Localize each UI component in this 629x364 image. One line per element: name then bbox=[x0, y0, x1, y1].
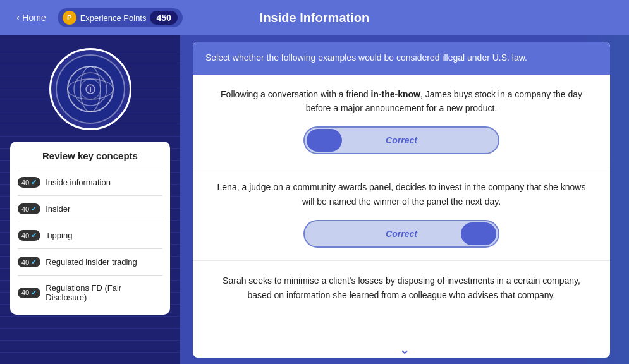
check-icon: ✔ bbox=[31, 178, 37, 186]
list-item[interactable]: 40 ✔ Tipping bbox=[18, 226, 162, 245]
avatar-inner: i bbox=[56, 54, 125, 124]
avatar-graphic: i bbox=[65, 64, 116, 114]
score-badge: 40 ✔ bbox=[18, 203, 40, 214]
list-item[interactable]: 40 ✔ Regulated insider trading bbox=[18, 253, 162, 271]
page-title: Inside Information bbox=[260, 11, 369, 25]
badge-value: 40 bbox=[21, 179, 29, 186]
item-label: Inside information bbox=[46, 178, 111, 187]
question-text-1: Following a conversation with a friend i… bbox=[212, 87, 591, 116]
question-text-3: Sarah seeks to minimise a client's losse… bbox=[212, 274, 591, 302]
score-badge: 40 ✔ bbox=[18, 257, 40, 267]
chevron-left-icon: ‹ bbox=[16, 12, 20, 23]
right-panel: Select whether the following examples wo… bbox=[180, 35, 629, 364]
toggle-label-1: Correct bbox=[305, 135, 498, 145]
exp-icon: P bbox=[63, 11, 76, 25]
toggle-label-2: Correct bbox=[305, 229, 498, 239]
score-badge: 40 ✔ bbox=[18, 230, 40, 241]
exp-points-value: 450 bbox=[150, 11, 177, 25]
content-area[interactable]: Select whether the following examples wo… bbox=[193, 42, 610, 358]
check-icon: ✔ bbox=[31, 231, 37, 240]
main-layout: i Review key concepts 40 ✔ Inside inform… bbox=[0, 35, 629, 364]
list-item[interactable]: 40 ✔ Insider bbox=[18, 200, 162, 218]
item-label: Insider bbox=[46, 204, 70, 214]
question-block-3: Sarah seeks to minimise a client's losse… bbox=[193, 261, 610, 321]
exp-label: Experience Points bbox=[80, 13, 147, 23]
left-panel: i Review key concepts 40 ✔ Inside inform… bbox=[0, 35, 180, 364]
item-label: Regulations FD (Fair Disclosure) bbox=[46, 283, 162, 302]
score-badge: 40 ✔ bbox=[18, 288, 40, 298]
instruction-bar: Select whether the following examples wo… bbox=[193, 42, 610, 75]
home-button[interactable]: ‹ Home bbox=[10, 8, 52, 27]
instruction-text: Select whether the following examples wo… bbox=[205, 52, 527, 63]
badge-value: 40 bbox=[21, 289, 29, 296]
answer-toggle-2[interactable]: Correct bbox=[303, 220, 499, 248]
scroll-down-icon[interactable]: ⌄ bbox=[399, 341, 410, 358]
score-badge: 40 ✔ bbox=[18, 177, 40, 188]
toggle-container-1: Correct bbox=[212, 126, 591, 154]
divider bbox=[18, 222, 162, 222]
answer-toggle-1[interactable]: Correct bbox=[303, 126, 499, 154]
app-header: ‹ Home P Experience Points 450 Inside In… bbox=[0, 0, 629, 35]
avatar: i bbox=[49, 48, 131, 130]
check-icon: ✔ bbox=[31, 205, 37, 213]
divider bbox=[18, 275, 162, 276]
check-icon: ✔ bbox=[31, 289, 37, 297]
badge-value: 40 bbox=[21, 205, 29, 213]
experience-points-badge: P Experience Points 450 bbox=[58, 8, 183, 27]
toggle-container-2: Correct bbox=[212, 220, 591, 248]
check-icon: ✔ bbox=[31, 258, 37, 266]
item-label: Tipping bbox=[46, 231, 72, 240]
badge-value: 40 bbox=[21, 232, 29, 240]
divider bbox=[18, 248, 162, 249]
badge-value: 40 bbox=[21, 258, 29, 266]
divider bbox=[18, 195, 162, 196]
home-label: Home bbox=[22, 13, 46, 23]
list-item[interactable]: 40 ✔ Regulations FD (Fair Disclosure) bbox=[18, 279, 162, 306]
item-label: Regulated insider trading bbox=[46, 257, 137, 267]
list-item[interactable]: 40 ✔ Inside information bbox=[18, 173, 162, 191]
review-title: Review key concepts bbox=[18, 150, 162, 161]
question-block-1: Following a conversation with a friend i… bbox=[193, 75, 610, 168]
question-block-2: Lena, a judge on a community awards pane… bbox=[193, 167, 610, 261]
svg-text:i: i bbox=[89, 87, 91, 93]
divider bbox=[18, 169, 162, 169]
review-concepts-card: Review key concepts 40 ✔ Inside informat… bbox=[10, 142, 170, 315]
question-text-2: Lena, a judge on a community awards pane… bbox=[212, 180, 591, 209]
